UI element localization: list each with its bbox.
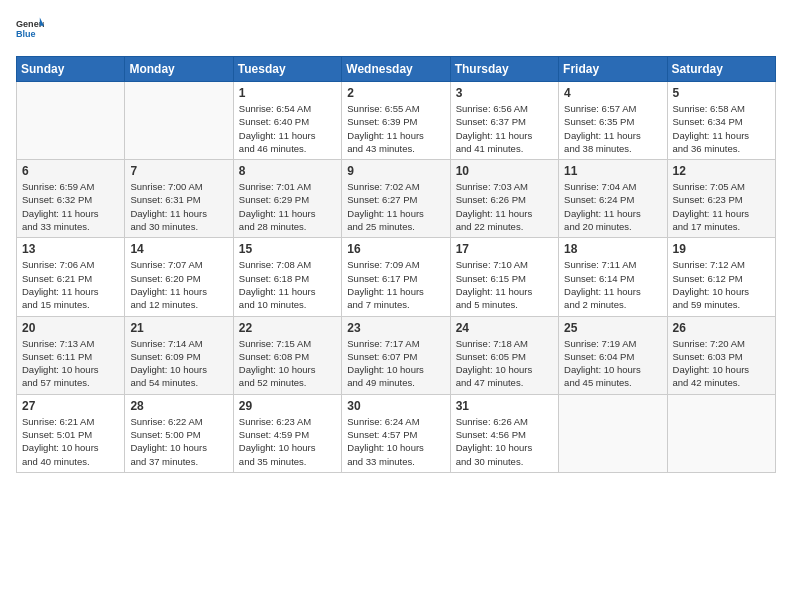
calendar-cell: 10Sunrise: 7:03 AM Sunset: 6:26 PM Dayli… — [450, 160, 558, 238]
day-number: 14 — [130, 242, 227, 256]
day-number: 3 — [456, 86, 553, 100]
day-number: 31 — [456, 399, 553, 413]
day-number: 30 — [347, 399, 444, 413]
day-info: Sunrise: 7:10 AM Sunset: 6:15 PM Dayligh… — [456, 258, 553, 311]
calendar-row-0: 1Sunrise: 6:54 AM Sunset: 6:40 PM Daylig… — [17, 82, 776, 160]
calendar-cell: 30Sunrise: 6:24 AM Sunset: 4:57 PM Dayli… — [342, 394, 450, 472]
calendar-cell: 31Sunrise: 6:26 AM Sunset: 4:56 PM Dayli… — [450, 394, 558, 472]
day-info: Sunrise: 7:17 AM Sunset: 6:07 PM Dayligh… — [347, 337, 444, 390]
calendar-cell: 2Sunrise: 6:55 AM Sunset: 6:39 PM Daylig… — [342, 82, 450, 160]
day-info: Sunrise: 7:02 AM Sunset: 6:27 PM Dayligh… — [347, 180, 444, 233]
day-info: Sunrise: 7:13 AM Sunset: 6:11 PM Dayligh… — [22, 337, 119, 390]
calendar-cell — [559, 394, 667, 472]
calendar-cell: 14Sunrise: 7:07 AM Sunset: 6:20 PM Dayli… — [125, 238, 233, 316]
svg-text:Blue: Blue — [16, 29, 36, 39]
day-number: 23 — [347, 321, 444, 335]
day-number: 25 — [564, 321, 661, 335]
calendar-row-4: 27Sunrise: 6:21 AM Sunset: 5:01 PM Dayli… — [17, 394, 776, 472]
calendar-cell: 1Sunrise: 6:54 AM Sunset: 6:40 PM Daylig… — [233, 82, 341, 160]
day-info: Sunrise: 7:19 AM Sunset: 6:04 PM Dayligh… — [564, 337, 661, 390]
calendar-cell: 29Sunrise: 6:23 AM Sunset: 4:59 PM Dayli… — [233, 394, 341, 472]
day-info: Sunrise: 7:05 AM Sunset: 6:23 PM Dayligh… — [673, 180, 770, 233]
day-info: Sunrise: 6:59 AM Sunset: 6:32 PM Dayligh… — [22, 180, 119, 233]
calendar-header-thursday: Thursday — [450, 57, 558, 82]
day-number: 24 — [456, 321, 553, 335]
calendar-row-1: 6Sunrise: 6:59 AM Sunset: 6:32 PM Daylig… — [17, 160, 776, 238]
day-info: Sunrise: 6:57 AM Sunset: 6:35 PM Dayligh… — [564, 102, 661, 155]
calendar-cell: 25Sunrise: 7:19 AM Sunset: 6:04 PM Dayli… — [559, 316, 667, 394]
calendar-cell: 4Sunrise: 6:57 AM Sunset: 6:35 PM Daylig… — [559, 82, 667, 160]
day-info: Sunrise: 6:56 AM Sunset: 6:37 PM Dayligh… — [456, 102, 553, 155]
day-number: 11 — [564, 164, 661, 178]
calendar-cell: 8Sunrise: 7:01 AM Sunset: 6:29 PM Daylig… — [233, 160, 341, 238]
day-info: Sunrise: 6:54 AM Sunset: 6:40 PM Dayligh… — [239, 102, 336, 155]
day-number: 29 — [239, 399, 336, 413]
calendar-cell: 15Sunrise: 7:08 AM Sunset: 6:18 PM Dayli… — [233, 238, 341, 316]
calendar-cell: 28Sunrise: 6:22 AM Sunset: 5:00 PM Dayli… — [125, 394, 233, 472]
day-info: Sunrise: 7:00 AM Sunset: 6:31 PM Dayligh… — [130, 180, 227, 233]
day-number: 28 — [130, 399, 227, 413]
calendar-header-sunday: Sunday — [17, 57, 125, 82]
day-info: Sunrise: 7:03 AM Sunset: 6:26 PM Dayligh… — [456, 180, 553, 233]
day-info: Sunrise: 7:20 AM Sunset: 6:03 PM Dayligh… — [673, 337, 770, 390]
day-number: 10 — [456, 164, 553, 178]
calendar-cell: 27Sunrise: 6:21 AM Sunset: 5:01 PM Dayli… — [17, 394, 125, 472]
calendar-cell: 18Sunrise: 7:11 AM Sunset: 6:14 PM Dayli… — [559, 238, 667, 316]
day-number: 8 — [239, 164, 336, 178]
calendar-header-tuesday: Tuesday — [233, 57, 341, 82]
calendar-header-wednesday: Wednesday — [342, 57, 450, 82]
calendar-cell: 5Sunrise: 6:58 AM Sunset: 6:34 PM Daylig… — [667, 82, 775, 160]
day-number: 22 — [239, 321, 336, 335]
day-info: Sunrise: 7:07 AM Sunset: 6:20 PM Dayligh… — [130, 258, 227, 311]
calendar-cell: 17Sunrise: 7:10 AM Sunset: 6:15 PM Dayli… — [450, 238, 558, 316]
day-number: 9 — [347, 164, 444, 178]
page-header: General Blue — [16, 16, 776, 44]
day-number: 12 — [673, 164, 770, 178]
day-number: 4 — [564, 86, 661, 100]
day-number: 19 — [673, 242, 770, 256]
calendar-cell: 24Sunrise: 7:18 AM Sunset: 6:05 PM Dayli… — [450, 316, 558, 394]
day-number: 1 — [239, 86, 336, 100]
day-number: 6 — [22, 164, 119, 178]
calendar-cell: 11Sunrise: 7:04 AM Sunset: 6:24 PM Dayli… — [559, 160, 667, 238]
day-info: Sunrise: 6:58 AM Sunset: 6:34 PM Dayligh… — [673, 102, 770, 155]
calendar-cell: 20Sunrise: 7:13 AM Sunset: 6:11 PM Dayli… — [17, 316, 125, 394]
day-info: Sunrise: 7:18 AM Sunset: 6:05 PM Dayligh… — [456, 337, 553, 390]
calendar-table: SundayMondayTuesdayWednesdayThursdayFrid… — [16, 56, 776, 473]
day-info: Sunrise: 6:26 AM Sunset: 4:56 PM Dayligh… — [456, 415, 553, 468]
calendar-cell — [125, 82, 233, 160]
day-info: Sunrise: 7:11 AM Sunset: 6:14 PM Dayligh… — [564, 258, 661, 311]
day-number: 17 — [456, 242, 553, 256]
day-info: Sunrise: 6:55 AM Sunset: 6:39 PM Dayligh… — [347, 102, 444, 155]
day-info: Sunrise: 7:04 AM Sunset: 6:24 PM Dayligh… — [564, 180, 661, 233]
calendar-cell: 13Sunrise: 7:06 AM Sunset: 6:21 PM Dayli… — [17, 238, 125, 316]
day-number: 20 — [22, 321, 119, 335]
calendar-cell: 19Sunrise: 7:12 AM Sunset: 6:12 PM Dayli… — [667, 238, 775, 316]
calendar-header-row: SundayMondayTuesdayWednesdayThursdayFrid… — [17, 57, 776, 82]
day-info: Sunrise: 6:23 AM Sunset: 4:59 PM Dayligh… — [239, 415, 336, 468]
day-info: Sunrise: 7:15 AM Sunset: 6:08 PM Dayligh… — [239, 337, 336, 390]
day-info: Sunrise: 7:08 AM Sunset: 6:18 PM Dayligh… — [239, 258, 336, 311]
calendar-cell: 22Sunrise: 7:15 AM Sunset: 6:08 PM Dayli… — [233, 316, 341, 394]
day-number: 13 — [22, 242, 119, 256]
day-number: 27 — [22, 399, 119, 413]
calendar-cell — [667, 394, 775, 472]
calendar-header-friday: Friday — [559, 57, 667, 82]
calendar-cell: 16Sunrise: 7:09 AM Sunset: 6:17 PM Dayli… — [342, 238, 450, 316]
day-info: Sunrise: 7:12 AM Sunset: 6:12 PM Dayligh… — [673, 258, 770, 311]
day-info: Sunrise: 6:22 AM Sunset: 5:00 PM Dayligh… — [130, 415, 227, 468]
calendar-cell: 26Sunrise: 7:20 AM Sunset: 6:03 PM Dayli… — [667, 316, 775, 394]
day-number: 2 — [347, 86, 444, 100]
day-number: 7 — [130, 164, 227, 178]
calendar-cell: 23Sunrise: 7:17 AM Sunset: 6:07 PM Dayli… — [342, 316, 450, 394]
day-number: 26 — [673, 321, 770, 335]
calendar-cell: 21Sunrise: 7:14 AM Sunset: 6:09 PM Dayli… — [125, 316, 233, 394]
calendar-cell: 7Sunrise: 7:00 AM Sunset: 6:31 PM Daylig… — [125, 160, 233, 238]
generalblue-logo-icon: General Blue — [16, 16, 44, 44]
calendar-cell: 12Sunrise: 7:05 AM Sunset: 6:23 PM Dayli… — [667, 160, 775, 238]
calendar-header-saturday: Saturday — [667, 57, 775, 82]
day-number: 16 — [347, 242, 444, 256]
day-info: Sunrise: 6:21 AM Sunset: 5:01 PM Dayligh… — [22, 415, 119, 468]
day-info: Sunrise: 6:24 AM Sunset: 4:57 PM Dayligh… — [347, 415, 444, 468]
day-info: Sunrise: 7:09 AM Sunset: 6:17 PM Dayligh… — [347, 258, 444, 311]
